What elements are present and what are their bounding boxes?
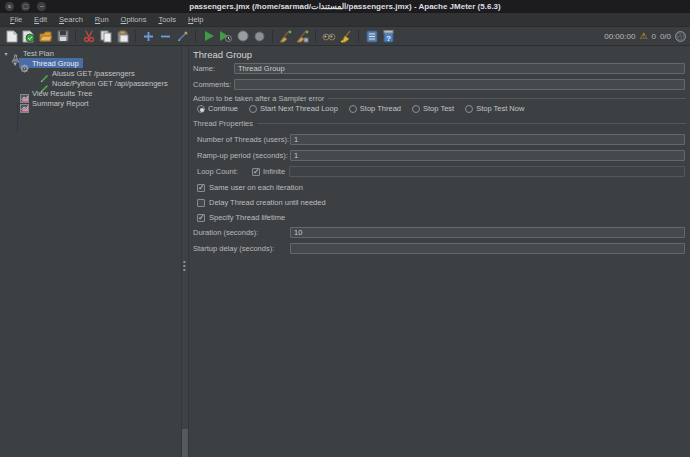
delay-thread-row: Delay Thread creation until needed [197, 198, 326, 207]
tree-item-label: Test Plan [23, 49, 54, 58]
same-user-checkbox[interactable] [197, 184, 205, 192]
num-threads-input[interactable] [290, 134, 685, 145]
name-input[interactable] [234, 63, 685, 74]
close-window-button[interactable]: × [5, 2, 14, 11]
save-button[interactable] [55, 29, 70, 44]
tree-item-node-python-get-api-passengers[interactable]: Node/Python GET /api/passengers [39, 78, 172, 88]
copy-icon [100, 30, 112, 43]
radio-circle[interactable] [197, 105, 205, 113]
menu-help[interactable]: Help [182, 13, 209, 26]
comments-label: Comments: [193, 80, 234, 89]
radio-stop-test-now[interactable]: Stop Test Now [465, 104, 524, 113]
copy-button[interactable] [98, 29, 113, 44]
radio-stop-thread[interactable]: Stop Thread [349, 104, 401, 113]
radio-circle[interactable] [349, 105, 357, 113]
thread-group-config-panel: Thread Group Name: Comments: Action to b… [189, 46, 690, 457]
thread-properties-section-title: Thread Properties [193, 119, 686, 128]
tree-row: View Results Tree [0, 88, 181, 98]
new-file-icon [6, 30, 18, 43]
chevron-down-icon[interactable]: ▾ [11, 60, 19, 67]
num-threads-row: Number of Threads (users): [189, 134, 690, 145]
clear-button[interactable] [278, 29, 293, 44]
tree-item-summary-report[interactable]: Summary Report [19, 98, 93, 108]
collapse-all-icon [160, 31, 171, 42]
loop-count-input[interactable] [289, 166, 685, 177]
remote-status-icon [675, 28, 686, 46]
menu-options[interactable]: Options [115, 13, 153, 26]
radio-circle[interactable] [465, 105, 473, 113]
stop-icon [237, 30, 249, 42]
loop-count-label: Loop Count: [197, 167, 252, 176]
sampler-icon [40, 69, 49, 78]
shutdown-button[interactable] [252, 29, 267, 44]
paste-button[interactable] [115, 29, 130, 44]
cut-button[interactable] [81, 29, 96, 44]
delay-thread-label: Delay Thread creation until needed [209, 198, 326, 207]
menu-tools[interactable]: Tools [152, 13, 182, 26]
menu-run[interactable]: Run [89, 13, 115, 26]
minimize-window-button[interactable]: − [37, 2, 46, 11]
warning-icon[interactable]: ⚠ [639, 32, 647, 41]
expand-all-icon [143, 31, 154, 42]
sampler-error-options: ContinueStart Next Thread LoopStop Threa… [197, 104, 524, 113]
radio-start-next-thread-loop[interactable]: Start Next Thread Loop [249, 104, 338, 113]
radio-label: Stop Test [423, 104, 454, 113]
search-reset-icon [339, 30, 352, 43]
clear-all-button[interactable] [295, 29, 310, 44]
toggle-button[interactable] [175, 29, 190, 44]
radio-label: Stop Test Now [476, 104, 524, 113]
duration-input[interactable] [290, 227, 685, 238]
toolbar-separator [358, 30, 359, 43]
chevron-down-icon[interactable]: ▾ [2, 50, 10, 57]
tree-item-label: Thread Group [32, 59, 79, 68]
templates-button[interactable] [21, 29, 36, 44]
splitter-handle[interactable]: ••• [183, 260, 187, 274]
thread-lifetime-checkbox[interactable] [197, 214, 205, 222]
comments-input[interactable] [234, 79, 685, 90]
name-label: Name: [193, 64, 234, 73]
comments-row: Comments: [189, 79, 690, 90]
thread-lifetime-label: Specify Thread lifetime [209, 213, 285, 222]
tree-item-alusus-get-passengers[interactable]: Alusus GET /passengers [39, 68, 139, 78]
help-button[interactable]: ? [381, 29, 396, 44]
sampler-icon [40, 79, 49, 88]
paste-icon [117, 30, 129, 43]
start-no-pauses-button[interactable] [218, 29, 233, 44]
delay-thread-checkbox[interactable] [197, 199, 205, 207]
new-file-button[interactable] [4, 29, 19, 44]
tree-item-label: View Results Tree [32, 89, 92, 98]
tree-item-test-plan[interactable]: Test Plan [10, 48, 58, 58]
cut-icon [83, 30, 95, 43]
collapse-all-button[interactable] [158, 29, 173, 44]
infinite-label: Infinite [263, 167, 285, 176]
rampup-input[interactable] [290, 150, 685, 161]
startup-delay-input[interactable] [290, 243, 685, 254]
splitter[interactable]: ••• [181, 46, 189, 457]
radio-stop-test[interactable]: Stop Test [412, 104, 454, 113]
expand-all-button[interactable] [141, 29, 156, 44]
maximize-window-button[interactable]: □ [21, 2, 30, 11]
same-user-row: Same user on each iteration [197, 183, 303, 192]
search-reset-button[interactable] [338, 29, 353, 44]
tree-item-thread-group[interactable]: Thread Group [19, 58, 83, 68]
listener-icon [20, 89, 29, 98]
start-button[interactable] [201, 29, 216, 44]
infinite-checkbox[interactable] [252, 168, 260, 176]
menu-file[interactable]: File [4, 13, 28, 26]
menu-edit[interactable]: Edit [28, 13, 53, 26]
num-threads-label: Number of Threads (users): [197, 135, 290, 144]
radio-circle[interactable] [412, 105, 420, 113]
tree-item-view-results-tree[interactable]: View Results Tree [19, 88, 96, 98]
radio-continue[interactable]: Continue [197, 104, 238, 113]
function-helper-button[interactable] [364, 29, 379, 44]
help-icon: ? [383, 30, 394, 43]
active-threads-ratio: 0/0 [660, 32, 671, 41]
clear-icon [279, 30, 292, 43]
radio-circle[interactable] [249, 105, 257, 113]
open-button[interactable] [38, 29, 53, 44]
duration-label: Duration (seconds): [193, 228, 290, 237]
search-button[interactable] [321, 29, 336, 44]
stop-button[interactable] [235, 29, 250, 44]
menu-search[interactable]: Search [53, 13, 89, 26]
title-bar: ×□− passengers.jmx (/home/sarmad/المستند… [0, 0, 690, 13]
